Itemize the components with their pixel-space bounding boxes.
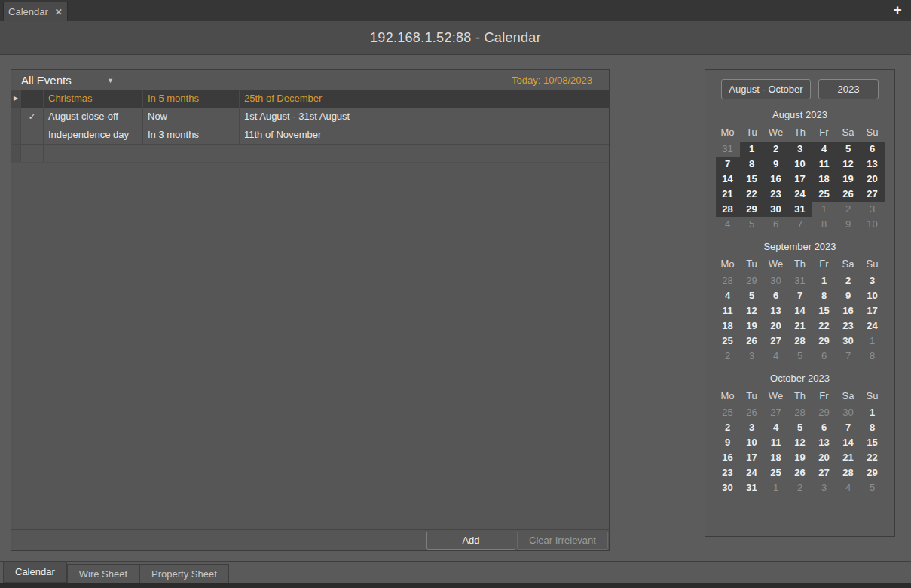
day-cell[interactable]: 20 xyxy=(812,450,836,465)
day-cell[interactable]: 2 xyxy=(764,142,788,157)
row-check-cell[interactable] xyxy=(21,126,44,144)
day-cell[interactable]: 1 xyxy=(812,202,836,217)
row-check-cell[interactable]: ✓ xyxy=(21,108,44,126)
day-cell[interactable]: 16 xyxy=(716,450,740,465)
day-cell[interactable]: 3 xyxy=(861,202,885,217)
day-cell[interactable]: 9 xyxy=(716,435,740,450)
day-cell[interactable]: 6 xyxy=(861,142,885,157)
day-cell[interactable]: 19 xyxy=(788,450,812,465)
event-date-cell[interactable]: 25th of December xyxy=(240,90,609,108)
day-cell[interactable]: 12 xyxy=(788,435,812,450)
day-cell[interactable]: 30 xyxy=(716,480,740,495)
day-cell[interactable]: 3 xyxy=(812,480,836,495)
day-cell[interactable]: 15 xyxy=(861,435,885,450)
day-cell[interactable]: 17 xyxy=(788,172,812,187)
day-cell[interactable]: 8 xyxy=(861,420,885,435)
day-cell[interactable]: 6 xyxy=(764,217,788,232)
day-cell[interactable]: 7 xyxy=(716,157,740,172)
day-cell[interactable]: 25 xyxy=(764,465,788,480)
day-cell[interactable]: 6 xyxy=(764,288,788,303)
day-cell[interactable]: 31 xyxy=(788,273,812,288)
day-cell[interactable]: 12 xyxy=(836,157,861,172)
day-cell[interactable]: 28 xyxy=(716,273,740,288)
day-cell[interactable]: 30 xyxy=(764,273,788,288)
close-icon[interactable]: ✕ xyxy=(55,7,63,17)
day-cell[interactable]: 11 xyxy=(812,157,836,172)
day-cell[interactable]: 4 xyxy=(716,217,740,232)
day-cell[interactable]: 3 xyxy=(861,273,885,288)
day-cell[interactable]: 22 xyxy=(740,187,764,202)
day-cell[interactable]: 29 xyxy=(812,405,836,420)
day-cell[interactable]: 30 xyxy=(836,405,861,420)
day-cell[interactable]: 27 xyxy=(812,465,836,480)
day-cell[interactable]: 3 xyxy=(740,349,764,364)
bottom-tab-calendar[interactable]: Calendar xyxy=(3,562,67,583)
day-cell[interactable]: 17 xyxy=(740,450,764,465)
day-cell[interactable]: 21 xyxy=(716,187,740,202)
day-cell[interactable]: 4 xyxy=(764,349,788,364)
new-tab-button[interactable]: + xyxy=(889,2,906,18)
day-cell[interactable]: 25 xyxy=(716,334,740,349)
day-cell[interactable]: 26 xyxy=(788,465,812,480)
day-cell[interactable]: 29 xyxy=(740,273,764,288)
day-cell[interactable]: 28 xyxy=(836,465,861,480)
row-check-cell[interactable] xyxy=(21,90,44,108)
day-cell[interactable]: 30 xyxy=(836,334,861,349)
day-cell[interactable]: 26 xyxy=(740,334,764,349)
day-cell[interactable]: 20 xyxy=(764,318,788,334)
day-cell[interactable]: 13 xyxy=(861,157,885,172)
day-cell[interactable]: 28 xyxy=(788,334,812,349)
day-cell[interactable]: 22 xyxy=(812,318,836,334)
top-tab-calendar[interactable]: Calendar ✕ xyxy=(3,2,68,21)
day-cell[interactable]: 5 xyxy=(740,288,764,303)
day-cell[interactable]: 31 xyxy=(788,202,812,217)
day-cell[interactable]: 1 xyxy=(764,480,788,495)
day-cell[interactable]: 5 xyxy=(788,349,812,364)
day-cell[interactable]: 7 xyxy=(836,349,861,364)
day-cell[interactable]: 29 xyxy=(740,202,764,217)
day-cell[interactable]: 13 xyxy=(764,303,788,318)
day-cell[interactable]: 5 xyxy=(788,420,812,435)
day-cell[interactable]: 7 xyxy=(788,217,812,232)
day-cell[interactable]: 15 xyxy=(740,172,764,187)
day-cell[interactable]: 13 xyxy=(812,435,836,450)
event-name-cell[interactable]: August close-off xyxy=(44,108,143,126)
event-summary-cell[interactable]: In 3 months xyxy=(143,126,240,144)
day-cell[interactable]: 2 xyxy=(788,480,812,495)
day-cell[interactable]: 24 xyxy=(740,465,764,480)
day-cell[interactable]: 8 xyxy=(740,157,764,172)
day-cell[interactable]: 16 xyxy=(836,303,861,318)
day-cell[interactable]: 6 xyxy=(812,420,836,435)
event-date-cell[interactable]: 1st August - 31st August xyxy=(240,108,609,126)
day-cell[interactable]: 28 xyxy=(788,405,812,420)
event-date-cell[interactable]: 11th of November xyxy=(240,126,609,144)
day-cell[interactable]: 24 xyxy=(861,318,885,334)
day-cell[interactable]: 21 xyxy=(836,450,861,465)
day-cell[interactable]: 22 xyxy=(861,450,885,465)
day-cell[interactable]: 6 xyxy=(812,349,836,364)
day-cell[interactable]: 21 xyxy=(788,318,812,334)
day-cell[interactable]: 25 xyxy=(716,405,740,420)
day-cell[interactable]: 30 xyxy=(764,202,788,217)
day-cell[interactable]: 3 xyxy=(740,420,764,435)
event-name-cell[interactable]: Independence day xyxy=(44,126,143,144)
day-cell[interactable]: 7 xyxy=(788,288,812,303)
day-cell[interactable]: 1 xyxy=(812,273,836,288)
day-cell[interactable]: 27 xyxy=(764,334,788,349)
day-cell[interactable]: 27 xyxy=(861,187,885,202)
day-cell[interactable]: 5 xyxy=(740,217,764,232)
event-summary-cell[interactable]: Now xyxy=(143,108,240,126)
day-cell[interactable]: 10 xyxy=(740,435,764,450)
day-cell[interactable]: 10 xyxy=(861,288,885,303)
day-cell[interactable]: 28 xyxy=(716,202,740,217)
day-cell[interactable]: 17 xyxy=(861,303,885,318)
day-cell[interactable]: 1 xyxy=(861,334,885,349)
day-cell[interactable]: 14 xyxy=(788,303,812,318)
day-cell[interactable]: 5 xyxy=(861,480,885,495)
month-range-button[interactable]: August - October xyxy=(721,79,811,99)
day-cell[interactable]: 29 xyxy=(812,334,836,349)
day-cell[interactable]: 14 xyxy=(716,172,740,187)
day-cell[interactable]: 12 xyxy=(740,303,764,318)
day-cell[interactable]: 1 xyxy=(861,405,885,420)
clear-irrelevant-button[interactable]: Clear Irrelevant xyxy=(517,532,608,550)
